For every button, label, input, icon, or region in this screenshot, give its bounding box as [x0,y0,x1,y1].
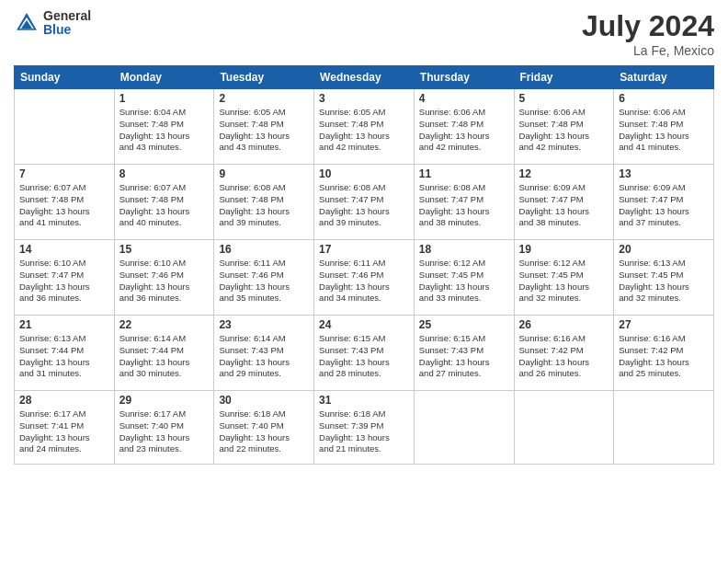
calendar-cell: 10Sunrise: 6:08 AMSunset: 7:47 PMDayligh… [314,165,415,240]
day-number: 14 [19,243,109,256]
day-number: 19 [519,243,609,256]
day-info: Sunrise: 6:08 AMSunset: 7:48 PMDaylight:… [219,182,309,229]
calendar-header-friday: Friday [514,66,614,89]
calendar-cell: 29Sunrise: 6:17 AMSunset: 7:40 PMDayligh… [114,391,214,465]
calendar-header-tuesday: Tuesday [214,66,314,89]
calendar-header-row: SundayMondayTuesdayWednesdayThursdayFrid… [15,66,714,89]
day-number: 26 [519,318,609,331]
day-info: Sunrise: 6:15 AMSunset: 7:43 PMDaylight:… [419,333,509,380]
month-year: July 2024 [582,9,714,43]
calendar-cell: 12Sunrise: 6:09 AMSunset: 7:47 PMDayligh… [514,165,614,240]
day-number: 25 [419,318,509,331]
day-info: Sunrise: 6:14 AMSunset: 7:44 PMDaylight:… [119,333,210,380]
day-info: Sunrise: 6:12 AMSunset: 7:45 PMDaylight:… [419,258,509,304]
calendar-cell: 1Sunrise: 6:04 AMSunset: 7:48 PMDaylight… [114,89,214,165]
day-info: Sunrise: 6:07 AMSunset: 7:48 PMDaylight:… [119,182,210,229]
day-info: Sunrise: 6:10 AMSunset: 7:46 PMDaylight:… [119,258,210,304]
day-info: Sunrise: 6:07 AMSunset: 7:48 PMDaylight:… [19,182,109,229]
title-block: July 2024 La Fe, Mexico [582,9,714,58]
day-number: 10 [319,167,409,180]
calendar-cell: 22Sunrise: 6:14 AMSunset: 7:44 PMDayligh… [114,316,214,391]
day-number: 27 [619,318,709,331]
day-info: Sunrise: 6:13 AMSunset: 7:44 PMDaylight:… [19,333,109,380]
day-info: Sunrise: 6:09 AMSunset: 7:47 PMDaylight:… [619,182,709,229]
logo-blue-text: Blue [43,23,91,37]
calendar-cell: 2Sunrise: 6:05 AMSunset: 7:48 PMDaylight… [214,89,314,165]
calendar: SundayMondayTuesdayWednesdayThursdayFrid… [14,65,714,465]
day-number: 11 [419,167,509,180]
day-number: 7 [19,167,109,180]
day-number: 18 [419,243,509,256]
day-number: 13 [619,167,709,180]
day-info: Sunrise: 6:12 AMSunset: 7:45 PMDaylight:… [519,258,609,304]
location: La Fe, Mexico [582,43,714,58]
calendar-header-saturday: Saturday [614,66,714,89]
calendar-cell: 26Sunrise: 6:16 AMSunset: 7:42 PMDayligh… [514,316,614,391]
day-number: 21 [19,318,109,331]
calendar-cell: 5Sunrise: 6:06 AMSunset: 7:48 PMDaylight… [514,89,614,165]
calendar-cell: 16Sunrise: 6:11 AMSunset: 7:46 PMDayligh… [214,240,314,316]
logo-text: General Blue [43,9,91,38]
calendar-cell [414,391,514,465]
calendar-cell: 20Sunrise: 6:13 AMSunset: 7:45 PMDayligh… [614,240,714,316]
day-info: Sunrise: 6:04 AMSunset: 7:48 PMDaylight:… [119,107,210,154]
day-info: Sunrise: 6:18 AMSunset: 7:40 PMDaylight:… [219,408,309,455]
calendar-cell: 13Sunrise: 6:09 AMSunset: 7:47 PMDayligh… [614,165,714,240]
calendar-cell [614,391,714,465]
day-info: Sunrise: 6:06 AMSunset: 7:48 PMDaylight:… [619,107,709,154]
day-number: 3 [319,92,409,105]
day-number: 9 [219,167,309,180]
calendar-cell: 11Sunrise: 6:08 AMSunset: 7:47 PMDayligh… [414,165,514,240]
day-number: 15 [119,243,210,256]
day-number: 12 [519,167,609,180]
day-number: 28 [19,394,109,407]
day-info: Sunrise: 6:10 AMSunset: 7:47 PMDaylight:… [19,258,109,304]
calendar-cell: 15Sunrise: 6:10 AMSunset: 7:46 PMDayligh… [114,240,214,316]
calendar-cell: 23Sunrise: 6:14 AMSunset: 7:43 PMDayligh… [214,316,314,391]
day-number: 17 [319,243,409,256]
day-info: Sunrise: 6:06 AMSunset: 7:48 PMDaylight:… [519,107,609,154]
calendar-cell: 28Sunrise: 6:17 AMSunset: 7:41 PMDayligh… [15,391,115,465]
calendar-cell: 24Sunrise: 6:15 AMSunset: 7:43 PMDayligh… [314,316,415,391]
day-number: 20 [619,243,709,256]
header: General Blue July 2024 La Fe, Mexico [14,9,714,58]
calendar-cell: 31Sunrise: 6:18 AMSunset: 7:39 PMDayligh… [314,391,415,465]
calendar-cell: 4Sunrise: 6:06 AMSunset: 7:48 PMDaylight… [414,89,514,165]
calendar-week-2: 14Sunrise: 6:10 AMSunset: 7:47 PMDayligh… [15,240,714,316]
day-info: Sunrise: 6:09 AMSunset: 7:47 PMDaylight:… [519,182,609,229]
calendar-cell [15,89,115,165]
day-number: 22 [119,318,210,331]
calendar-header-wednesday: Wednesday [314,66,415,89]
day-number: 23 [219,318,309,331]
calendar-cell: 7Sunrise: 6:07 AMSunset: 7:48 PMDaylight… [15,165,115,240]
day-info: Sunrise: 6:16 AMSunset: 7:42 PMDaylight:… [619,333,709,380]
calendar-header-thursday: Thursday [414,66,514,89]
day-number: 29 [119,394,210,407]
logo-icon [14,10,40,36]
calendar-cell: 18Sunrise: 6:12 AMSunset: 7:45 PMDayligh… [414,240,514,316]
day-info: Sunrise: 6:16 AMSunset: 7:42 PMDaylight:… [519,333,609,380]
day-info: Sunrise: 6:05 AMSunset: 7:48 PMDaylight:… [219,107,309,154]
calendar-cell: 8Sunrise: 6:07 AMSunset: 7:48 PMDaylight… [114,165,214,240]
day-number: 5 [519,92,609,105]
day-info: Sunrise: 6:13 AMSunset: 7:45 PMDaylight:… [619,258,709,304]
calendar-cell [514,391,614,465]
day-number: 24 [319,318,409,331]
calendar-cell: 21Sunrise: 6:13 AMSunset: 7:44 PMDayligh… [15,316,115,391]
calendar-cell: 14Sunrise: 6:10 AMSunset: 7:47 PMDayligh… [15,240,115,316]
calendar-cell: 6Sunrise: 6:06 AMSunset: 7:48 PMDaylight… [614,89,714,165]
calendar-cell: 3Sunrise: 6:05 AMSunset: 7:48 PMDaylight… [314,89,415,165]
day-number: 30 [219,394,309,407]
page: General Blue July 2024 La Fe, Mexico Sun… [0,0,728,563]
logo: General Blue [14,9,91,38]
calendar-cell: 25Sunrise: 6:15 AMSunset: 7:43 PMDayligh… [414,316,514,391]
calendar-week-4: 28Sunrise: 6:17 AMSunset: 7:41 PMDayligh… [15,391,714,465]
day-info: Sunrise: 6:08 AMSunset: 7:47 PMDaylight:… [319,182,409,229]
day-info: Sunrise: 6:17 AMSunset: 7:41 PMDaylight:… [19,408,109,455]
day-info: Sunrise: 6:05 AMSunset: 7:48 PMDaylight:… [319,107,409,154]
day-info: Sunrise: 6:18 AMSunset: 7:39 PMDaylight:… [319,408,409,455]
day-number: 4 [419,92,509,105]
day-number: 16 [219,243,309,256]
day-info: Sunrise: 6:14 AMSunset: 7:43 PMDaylight:… [219,333,309,380]
day-number: 2 [219,92,309,105]
